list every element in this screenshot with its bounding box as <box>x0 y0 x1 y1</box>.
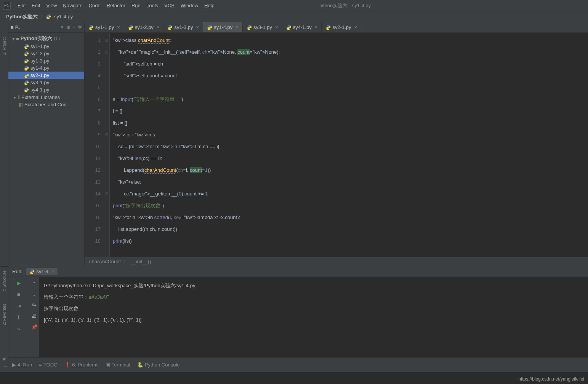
menu-run[interactable]: Run <box>128 3 144 8</box>
app-logo-icon: PC <box>3 2 11 10</box>
close-icon[interactable]: × <box>51 269 54 274</box>
editor-tab[interactable]: sy1-3.py× <box>163 22 203 32</box>
tree-file[interactable]: sy1-3.py <box>8 57 84 64</box>
python-file-icon <box>247 25 252 30</box>
menu-view[interactable]: View <box>43 3 60 8</box>
exit-button[interactable]: ⇥ <box>15 303 22 309</box>
expand-icon[interactable]: ▸ <box>14 94 18 100</box>
run-output[interactable]: G:\Python\python.exe D:/pc_workspace_实验/… <box>39 277 588 357</box>
python-file-icon <box>24 87 29 93</box>
run-body: ▶ ■ ⇥ ⭳ » ↑ ↓ ⇆ 🖶 📌 G:\Python\python.exe… <box>8 277 588 357</box>
dropdown-icon[interactable]: ▼ <box>60 25 64 29</box>
code-editor[interactable]: 123456789101112131415161718 ⊟⊟⊟⊟ "kw">cl… <box>85 33 588 257</box>
status-run[interactable]: ▶ 4: Run <box>12 362 32 368</box>
settings-icon[interactable]: ✲ <box>78 24 82 30</box>
editor-tabs: sy1-1.py×sy1-2.py×sy1-3.py×sy1-4.py×sy3-… <box>85 22 588 33</box>
status-terminal[interactable]: ▣ Terminal <box>106 362 130 368</box>
tree-file[interactable]: sy1-2.py <box>8 50 84 57</box>
tool-project[interactable]: 1: Project <box>2 37 6 55</box>
tree-file[interactable]: sy1-4.py <box>8 64 84 72</box>
menu-tools[interactable]: Tools <box>144 3 161 8</box>
menu-refactor[interactable]: Refactor <box>104 3 128 8</box>
code-content[interactable]: "kw">class charAndCount: "kw">def "magic… <box>110 33 588 257</box>
more-button[interactable]: » <box>15 326 22 332</box>
editor-tab[interactable]: sy2-1.py× <box>322 22 361 32</box>
main-area: 1: Project ■ P.. ▼ ⊕ ÷ ✲ ▾ ■ Python实验六 D… <box>0 22 588 266</box>
python-file-icon <box>325 25 331 30</box>
down-button[interactable]: ↓ <box>33 291 35 297</box>
menu-help[interactable]: Help <box>201 3 218 8</box>
run-toolbar: ▶ ■ ⇥ ⭳ » <box>8 277 29 357</box>
menu-code[interactable]: Code <box>86 3 104 8</box>
download-button[interactable]: ⭳ <box>15 314 22 320</box>
menu-vcs[interactable]: VCS <box>161 3 178 8</box>
line-number-gutter: 123456789101112131415161718 <box>85 33 104 257</box>
close-icon[interactable]: × <box>196 24 199 30</box>
scratch-icon: ◧ <box>18 102 23 107</box>
tool-structure[interactable]: 7: Structure <box>2 270 6 292</box>
run-toolbar-2: ↑ ↓ ⇆ 🖶 📌 <box>29 277 39 357</box>
editor-tab[interactable]: sy3-1.py× <box>243 22 282 32</box>
run-panel: Run: sy1-4 × ▶ ■ ⇥ ⭳ » ↑ ↓ ⇆ 🖶 📌 G:\Pyth… <box>8 266 588 357</box>
project-panel-title: P.. <box>15 25 60 30</box>
breadcrumb-class[interactable]: charAndCount <box>89 259 121 264</box>
breadcrumb-project[interactable]: Python实验六 <box>5 13 39 20</box>
pin-button[interactable]: 📌 <box>31 324 37 330</box>
editor-tab[interactable]: sy1-2.py× <box>124 22 164 32</box>
menu-bar: PC File Edit View Navigate Code Refactor… <box>0 0 588 11</box>
bookmark-icon[interactable]: ★ <box>2 356 6 362</box>
tree-scratches[interactable]: ◧ Scratches and Con <box>8 101 84 108</box>
project-panel-header: ■ P.. ▼ ⊕ ÷ ✲ <box>8 22 84 33</box>
editor-area: sy1-1.py×sy1-2.py×sy1-3.py×sy1-4.py×sy3-… <box>85 22 588 266</box>
print-button[interactable]: 🖶 <box>32 313 37 319</box>
breadcrumb-file[interactable]: sy1-4.py <box>53 14 74 19</box>
close-icon[interactable]: × <box>354 24 357 30</box>
python-file-icon <box>24 58 29 64</box>
svg-point-0 <box>48 15 48 15</box>
python-file-icon <box>167 25 173 30</box>
collapse-icon[interactable]: ÷ <box>73 24 75 30</box>
menu-navigate[interactable]: Navigate <box>60 3 85 8</box>
run-tab[interactable]: sy1-4 × <box>26 268 58 275</box>
status-console[interactable]: 🐍 Python Console <box>137 362 180 368</box>
close-icon[interactable]: × <box>157 24 160 30</box>
tree-external-libraries[interactable]: ▸ ⫴ External Libraries <box>8 93 84 101</box>
expand-icon[interactable]: ▾ <box>12 36 16 42</box>
output-line2: 按字符出现次数 <box>44 303 583 314</box>
breadcrumb-separator-icon: 〉 <box>39 13 46 20</box>
editor-tab[interactable]: sy1-1.py× <box>85 22 124 32</box>
status-bar: ▣ ▶ 4: Run ≡ TODO ❗ 6: Problems ▣ Termin… <box>0 357 588 372</box>
status-problems[interactable]: ❗ 6: Problems <box>64 362 98 368</box>
editor-tab[interactable]: sy1-4.py× <box>203 22 243 32</box>
tree-file[interactable]: sy2-1.py <box>8 72 84 79</box>
run-panel-header: Run: sy1-4 × <box>8 266 588 277</box>
tool-favorites[interactable]: 2: Favorites <box>2 304 6 325</box>
menu-file[interactable]: File <box>14 3 29 8</box>
menu-window[interactable]: Window <box>178 3 201 8</box>
status-todo[interactable]: ≡ TODO <box>39 362 58 368</box>
close-icon[interactable]: × <box>315 24 318 30</box>
window-title: Python实验六 - sy1-4.py <box>218 2 471 9</box>
wrap-button[interactable]: ⇆ <box>32 302 36 308</box>
python-file-icon <box>24 80 29 85</box>
target-icon[interactable]: ⊕ <box>66 24 70 30</box>
editor-tab[interactable]: sy4-1.py× <box>282 22 322 32</box>
tree-file[interactable]: sy3-1.py <box>8 79 84 86</box>
menu-edit[interactable]: Edit <box>29 3 43 8</box>
close-icon[interactable]: × <box>236 24 239 30</box>
breadcrumb-separator-icon: 〉 <box>123 258 128 265</box>
library-icon: ⫴ <box>18 94 20 100</box>
run-label: Run: <box>12 269 22 274</box>
project-tree: ▾ ■ Python实验六 D:\ sy1-1.pysy1-2.pysy1-3.… <box>8 33 84 266</box>
breadcrumb-method[interactable]: __init__() <box>130 259 151 264</box>
tree-file[interactable]: sy1-1.py <box>8 43 84 50</box>
python-file-icon <box>24 73 29 78</box>
stop-button[interactable]: ■ <box>15 291 22 298</box>
rerun-button[interactable]: ▶ <box>15 280 22 286</box>
tree-file[interactable]: sy4-1.py <box>8 86 84 93</box>
up-button[interactable]: ↑ <box>33 280 35 286</box>
close-icon[interactable]: × <box>275 24 278 30</box>
python-file-icon <box>207 25 212 30</box>
tree-root[interactable]: ▾ ■ Python实验六 D:\ <box>8 34 84 43</box>
close-icon[interactable]: × <box>117 24 120 30</box>
